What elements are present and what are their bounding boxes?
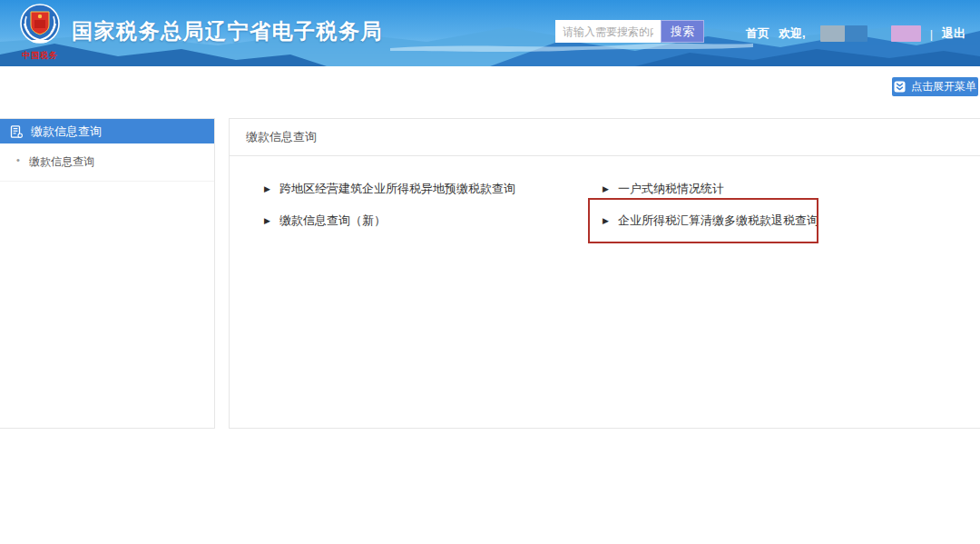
link-payment-info-query-new[interactable]: ▶ 缴款信息查询（新） bbox=[264, 213, 386, 229]
tax-bureau-logo: 中国税务 bbox=[15, 4, 65, 62]
link-label: 一户式纳税情况统计 bbox=[618, 181, 724, 197]
nav-home-link[interactable]: 首页 bbox=[746, 25, 769, 42]
sidebar-item-payment-info-query[interactable]: • 缴款信息查询 bbox=[0, 143, 214, 182]
sidebar: 缴款信息查询 • 缴款信息查询 bbox=[0, 118, 215, 429]
page: 中国税务 国家税务总局辽宁省电子税务局 搜索 首页 欢迎, | 退出 点击展开菜… bbox=[0, 0, 980, 544]
expand-menu-label: 点击展开菜单 bbox=[911, 79, 976, 94]
nav-divider: | bbox=[930, 27, 933, 41]
search-input[interactable] bbox=[555, 20, 661, 43]
redacted-username-block bbox=[845, 25, 867, 42]
caret-right-icon: ▶ bbox=[603, 217, 609, 225]
link-label: 企业所得税汇算清缴多缴税款退税查询 bbox=[618, 213, 818, 229]
document-list-icon bbox=[10, 125, 23, 138]
header-nav: 首页 欢迎, | 退出 bbox=[746, 25, 965, 42]
link-cross-region-construction-prepaid-tax-query[interactable]: ▶ 跨地区经营建筑企业所得税异地预缴税款查询 bbox=[264, 181, 515, 197]
search-button[interactable]: 搜索 bbox=[661, 20, 704, 43]
panel-title: 缴款信息查询 bbox=[230, 119, 980, 156]
logout-link[interactable]: 退出 bbox=[942, 25, 965, 42]
caret-right-icon: ▶ bbox=[603, 185, 609, 193]
redacted-username-block bbox=[891, 25, 921, 42]
logo-caption: 中国税务 bbox=[15, 50, 65, 63]
expand-menu-button[interactable]: 点击展开菜单 bbox=[892, 77, 978, 96]
bullet-icon: • bbox=[16, 154, 20, 165]
site-header: 中国税务 国家税务总局辽宁省电子税务局 搜索 首页 欢迎, | 退出 bbox=[0, 0, 980, 66]
nav-welcome-text: 欢迎, bbox=[779, 25, 806, 42]
caret-right-icon: ▶ bbox=[264, 217, 270, 225]
site-title: 国家税务总局辽宁省电子税务局 bbox=[72, 17, 383, 45]
national-tax-emblem-icon bbox=[19, 4, 61, 45]
sidebar-header-payment-info-query[interactable]: 缴款信息查询 bbox=[0, 119, 214, 143]
redacted-username-block bbox=[820, 25, 845, 42]
expand-menu-icon bbox=[894, 81, 906, 93]
sidebar-item-label: 缴款信息查询 bbox=[29, 155, 94, 168]
header-search: 搜索 bbox=[555, 20, 704, 43]
main-panel: 缴款信息查询 ▶ 跨地区经营建筑企业所得税异地预缴税款查询 ▶ 一户式纳税情况统… bbox=[229, 118, 980, 429]
caret-right-icon: ▶ bbox=[264, 185, 270, 193]
link-corporate-income-tax-overpayment-refund-query[interactable]: ▶ 企业所得税汇算清缴多缴税款退税查询 bbox=[603, 213, 818, 229]
link-label: 缴款信息查询（新） bbox=[279, 213, 386, 229]
link-single-account-tax-statistics[interactable]: ▶ 一户式纳税情况统计 bbox=[603, 181, 724, 197]
link-label: 跨地区经营建筑企业所得税异地预缴税款查询 bbox=[279, 181, 515, 197]
sidebar-header-label: 缴款信息查询 bbox=[31, 124, 102, 140]
